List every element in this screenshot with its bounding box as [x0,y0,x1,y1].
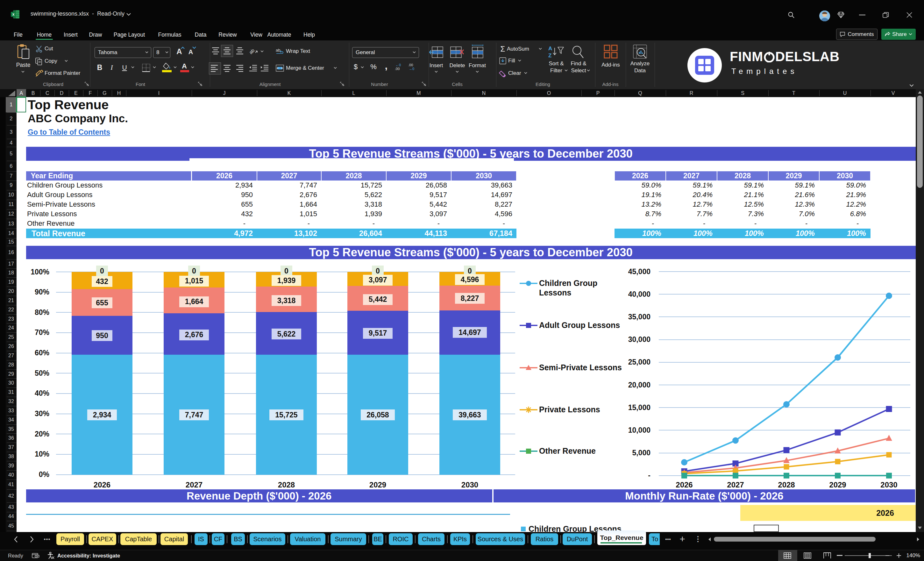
svg-text:ab: ab [276,48,280,52]
svg-text:.00: .00 [395,67,400,70]
svg-text:←0: ←0 [396,63,401,67]
svg-text:→0: →0 [409,67,414,70]
svg-text:ab: ab [249,48,256,55]
svg-text:.00: .00 [408,63,413,67]
svg-text:A: A [548,45,552,52]
svg-text:x: x [12,12,15,16]
svg-text:Z: Z [548,52,552,58]
